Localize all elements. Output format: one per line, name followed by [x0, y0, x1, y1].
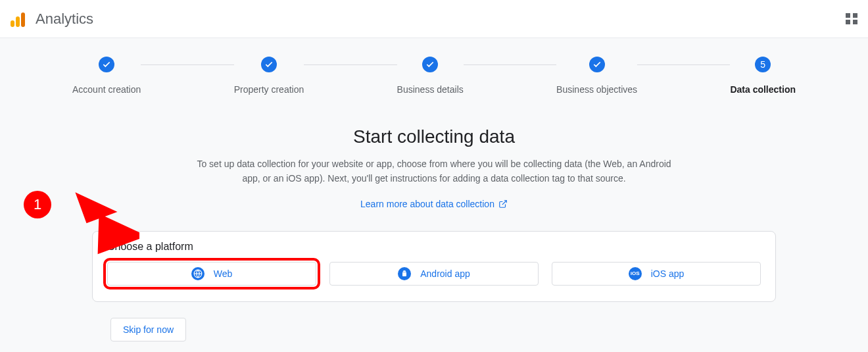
step-label: Account creation — [72, 84, 141, 95]
check-icon — [261, 57, 277, 72]
step-connector — [637, 64, 730, 65]
skip-button[interactable]: Skip for now — [110, 318, 186, 341]
apps-grid-icon[interactable] — [846, 13, 857, 25]
check-icon — [589, 57, 605, 72]
page-title: Start collecting data — [138, 126, 730, 147]
learn-more-text: Learn more about data collection — [360, 199, 494, 209]
annotation-number: 1 — [24, 191, 51, 218]
platform-panel: Choose a platform Web Android app iOS iO… — [92, 231, 776, 302]
step-label: Data collection — [730, 84, 796, 95]
step-number: 5 — [755, 57, 771, 72]
platform-web-button[interactable]: Web — [107, 262, 316, 286]
platform-label: iOS app — [651, 268, 685, 279]
android-icon — [398, 267, 411, 280]
check-icon — [99, 57, 114, 72]
step-label: Property creation — [234, 84, 304, 95]
check-icon — [422, 57, 438, 72]
panel-title: Choose a platform — [107, 241, 761, 253]
globe-icon — [191, 267, 205, 280]
step-connector — [304, 64, 397, 65]
step-business-details[interactable]: Business details — [397, 57, 464, 95]
analytics-logo-icon — [11, 11, 26, 27]
external-link-icon — [498, 199, 508, 209]
ios-icon: iOS — [629, 267, 642, 280]
step-connector — [464, 64, 556, 65]
step-label: Business details — [397, 84, 464, 95]
platform-ios-button[interactable]: iOS iOS app — [552, 262, 761, 286]
platform-label: Web — [214, 268, 233, 279]
annotation-callout: 1 — [24, 191, 51, 218]
step-account-creation[interactable]: Account creation — [72, 57, 141, 95]
main-content: Account creation Property creation Busin… — [0, 38, 868, 352]
stepper: Account creation Property creation Busin… — [72, 57, 796, 95]
step-label: Business objectives — [556, 84, 637, 95]
platform-android-button[interactable]: Android app — [329, 262, 539, 286]
brand-text: Analytics — [36, 11, 93, 28]
step-property-creation[interactable]: Property creation — [234, 57, 304, 95]
step-business-objectives[interactable]: Business objectives — [556, 57, 637, 95]
header: Analytics — [0, 0, 868, 38]
learn-more-link[interactable]: Learn more about data collection — [360, 199, 508, 209]
platform-label: Android app — [420, 268, 470, 279]
platform-list: Web Android app iOS iOS app — [107, 262, 761, 286]
page-subtitle: To set up data collection for your websi… — [194, 157, 674, 186]
step-data-collection[interactable]: 5 Data collection — [730, 57, 796, 95]
brand: Analytics — [11, 11, 93, 28]
step-connector — [141, 64, 233, 65]
content-section: Start collecting data To set up data col… — [138, 126, 730, 210]
svg-line-0 — [502, 201, 506, 205]
